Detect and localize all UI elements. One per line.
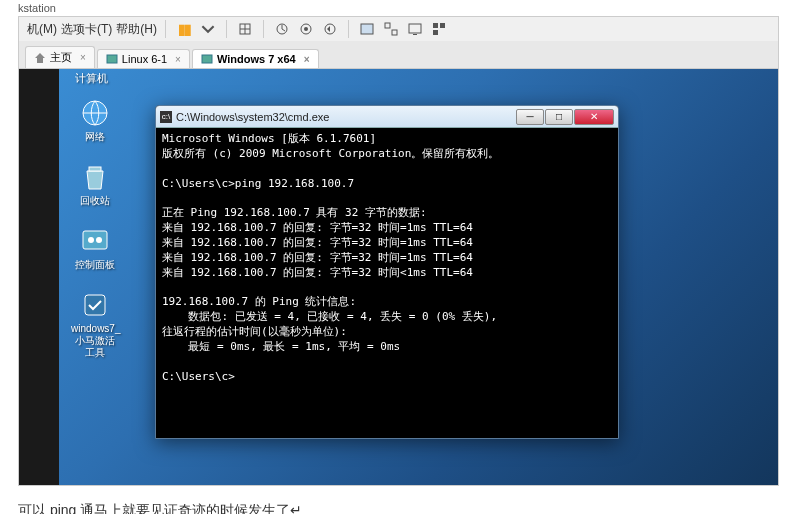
- section-header: 计算机: [75, 71, 108, 86]
- minimize-button[interactable]: ─: [516, 109, 544, 125]
- recycle-icon: [79, 161, 111, 193]
- tab-linux[interactable]: Linux 6-1 ×: [97, 49, 190, 68]
- desktop-icons: 网络 回收站 控制面板 windows7_小马激活工具: [71, 97, 119, 359]
- network-icon: [79, 97, 111, 129]
- menu-tabs[interactable]: 选项卡(T): [61, 21, 112, 38]
- svg-rect-13: [107, 55, 117, 63]
- desktop-icon-network[interactable]: 网络: [71, 97, 119, 143]
- svg-rect-17: [83, 231, 107, 249]
- close-icon[interactable]: ×: [175, 54, 181, 65]
- cmd-output[interactable]: Microsoft Windows [版本 6.1.7601] 版权所有 (c)…: [156, 128, 618, 438]
- vm-icon: [106, 53, 118, 65]
- unity-icon[interactable]: [381, 19, 401, 39]
- close-icon[interactable]: ×: [80, 52, 86, 63]
- svg-rect-7: [392, 30, 397, 35]
- maximize-button[interactable]: □: [545, 109, 573, 125]
- svg-rect-6: [385, 23, 390, 28]
- svg-rect-12: [433, 30, 438, 35]
- tab-home[interactable]: 主页 ×: [25, 46, 95, 68]
- control-panel-icon: [79, 225, 111, 257]
- icon-label: 网络: [71, 131, 119, 143]
- icon-label: windows7_小马激活工具: [71, 323, 119, 359]
- desktop-icon-recycle[interactable]: 回收站: [71, 161, 119, 207]
- svg-rect-8: [409, 24, 421, 33]
- svg-point-18: [88, 237, 94, 243]
- desktop-icon-control-panel[interactable]: 控制面板: [71, 225, 119, 271]
- svg-rect-11: [440, 23, 445, 28]
- tool-icon: [79, 289, 111, 321]
- cmd-title-text: C:\Windows\system32\cmd.exe: [176, 111, 515, 123]
- tab-bar: 主页 × Linux 6-1 × Windows 7 x64 ×: [19, 41, 778, 69]
- svg-rect-16: [89, 167, 101, 171]
- tab-home-label: 主页: [50, 50, 72, 65]
- cmd-titlebar[interactable]: c:\ C:\Windows\system32\cmd.exe ─ □ ✕: [156, 106, 618, 128]
- send-icon[interactable]: [235, 19, 255, 39]
- tab-win7-label: Windows 7 x64: [217, 53, 296, 65]
- cmd-window[interactable]: c:\ C:\Windows\system32\cmd.exe ─ □ ✕ Mi…: [155, 105, 619, 439]
- vm-app-frame: 机(M) 选项卡(T) 帮助(H) ▮▮ 主页 ×: [18, 16, 779, 486]
- dropdown-icon[interactable]: [198, 19, 218, 39]
- snapshot-manage-icon[interactable]: [296, 19, 316, 39]
- svg-point-3: [304, 27, 308, 31]
- icon-label: 回收站: [71, 195, 119, 207]
- toolbar-separator: [348, 20, 349, 38]
- toolbar-separator: [165, 20, 166, 38]
- svg-point-19: [96, 237, 102, 243]
- svg-rect-5: [361, 24, 373, 34]
- revert-icon[interactable]: [320, 19, 340, 39]
- close-button[interactable]: ✕: [574, 109, 614, 125]
- svg-rect-20: [85, 295, 105, 315]
- fullscreen-icon[interactable]: [357, 19, 377, 39]
- cmd-icon: c:\: [160, 111, 172, 123]
- guest-desktop[interactable]: 计算机 网络 回收站 控制面板 windows7_小马激活工具: [19, 69, 778, 485]
- svg-rect-14: [202, 55, 212, 63]
- svg-rect-9: [413, 34, 417, 35]
- tab-linux-label: Linux 6-1: [122, 53, 167, 65]
- menu-machine[interactable]: 机(M): [27, 21, 57, 38]
- icon-label: 控制面板: [71, 259, 119, 271]
- desktop-icon-activation-tool[interactable]: windows7_小马激活工具: [71, 289, 119, 359]
- pause-icon[interactable]: ▮▮: [174, 19, 194, 39]
- svg-rect-10: [433, 23, 438, 28]
- close-icon[interactable]: ×: [304, 54, 310, 65]
- document-caption: 可以 ping 通马上就要见证奇迹的时候发生了↵: [18, 502, 779, 514]
- console-icon[interactable]: [405, 19, 425, 39]
- app-title: kstation: [18, 0, 779, 16]
- window-buttons: ─ □ ✕: [515, 109, 614, 125]
- vm-icon: [201, 53, 213, 65]
- thumbnail-icon[interactable]: [429, 19, 449, 39]
- toolbar-separator: [226, 20, 227, 38]
- menu-help[interactable]: 帮助(H): [116, 21, 157, 38]
- toolbar-separator: [263, 20, 264, 38]
- left-panel: [19, 69, 59, 485]
- menu-bar: 机(M) 选项卡(T) 帮助(H) ▮▮: [19, 17, 778, 41]
- home-icon: [34, 52, 46, 64]
- snapshot-icon[interactable]: [272, 19, 292, 39]
- tab-windows7[interactable]: Windows 7 x64 ×: [192, 49, 319, 68]
